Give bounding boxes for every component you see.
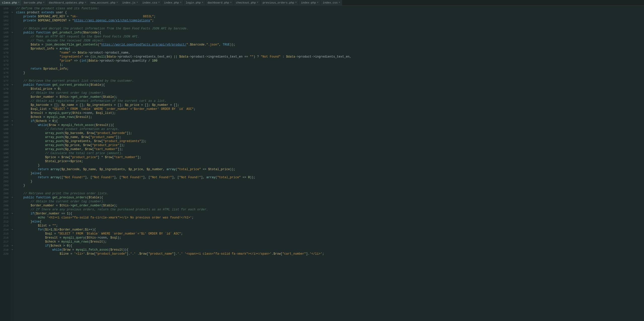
line-number: 199 [0, 167, 11, 171]
line-number: 187 [0, 119, 11, 123]
close-icon[interactable]: × [116, 1, 118, 4]
tab-dashboard-updates-php[interactable]: dashboard_updates.php × [47, 0, 89, 6]
fold-indicator [11, 43, 14, 47]
line-number: 168 [0, 43, 11, 47]
line-number: 196 [0, 155, 11, 159]
line-number: 177 [0, 79, 11, 83]
fold-indicator [11, 115, 14, 119]
code-line: } [16, 163, 644, 167]
line-number: 172 [0, 59, 11, 63]
close-icon[interactable]: × [137, 1, 138, 4]
close-icon[interactable]: × [295, 1, 297, 4]
fold-indicator [11, 139, 14, 143]
fold-indicator [11, 143, 14, 147]
tab-index-css-2[interactable]: index.css × [321, 0, 342, 6]
code-line: // Obtain and decrypt the product inform… [16, 27, 644, 31]
close-icon[interactable]: × [202, 1, 203, 4]
close-icon[interactable]: × [180, 1, 181, 4]
code-line: private $OPENAI_API_KEY = "sk- 8653L"; [16, 15, 644, 19]
close-icon[interactable]: × [158, 1, 160, 4]
fold-indicator [11, 167, 14, 171]
tab-label: index.css [142, 1, 157, 4]
code-line: // Define the product class and its func… [16, 7, 644, 11]
tab-index-js[interactable]: index.js × [120, 0, 140, 6]
tab-previous-orders-php[interactable]: previous_orders.php × [261, 0, 299, 6]
tab-checkout-php[interactable]: checkout.php × [234, 0, 261, 6]
tab-label: barcode.php [24, 1, 42, 4]
line-number: 175 [0, 71, 11, 75]
fold-indicator[interactable]: ▾ [11, 248, 14, 252]
fold-indicator [11, 171, 14, 175]
code-line: return array($p_barcode, $p_name, $p_ing… [16, 167, 644, 171]
fold-indicator [11, 19, 14, 23]
code-line: array_push($p_number, $row["cart_number"… [16, 147, 644, 151]
line-number: 189 [0, 127, 11, 131]
code-line: $order_number = $this->get_order_number(… [16, 95, 644, 99]
line-number: 173 [0, 63, 11, 67]
code-line: // Obtain the current order tag (number)… [16, 200, 644, 204]
tab-class-php[interactable]: class.php × [0, 0, 22, 6]
line-number: 211 [0, 216, 11, 220]
code-line: while($row = mysqli_fetch_assoc($result)… [16, 248, 644, 252]
line-number: 179 [0, 87, 11, 91]
code-line: class product extends user { [16, 11, 644, 15]
fold-indicator [11, 208, 14, 212]
tab-label: class.php [2, 1, 17, 4]
line-number: 207 [0, 200, 11, 204]
code-line: $sql = "SELECT * FROM `$table` WHERE `or… [16, 232, 644, 236]
code-line: array_push($p_price, $row["product_price… [16, 143, 644, 147]
fold-indicator[interactable]: ▾ [11, 196, 14, 200]
fold-indicator[interactable]: ▾ [11, 11, 14, 15]
line-number: 210 [0, 212, 11, 216]
line-number: 197 [0, 159, 11, 163]
code-line: "price" => (int)$data->product->product_… [16, 59, 644, 63]
code-content[interactable]: // Define the product class and its func… [14, 6, 644, 321]
fold-indicator[interactable]: ▾ [11, 212, 14, 216]
tab-barcode-php[interactable]: barcode.php × [22, 0, 47, 6]
fold-indicator[interactable]: ▾ [11, 244, 14, 248]
close-icon[interactable]: × [339, 1, 340, 4]
fold-indicator [11, 159, 14, 163]
close-icon[interactable]: × [18, 1, 19, 4]
line-number: 215 [0, 232, 11, 236]
fold-indicator [11, 39, 14, 43]
fold-indicator [11, 103, 14, 107]
fold-indicator[interactable]: ▾ [11, 83, 14, 87]
code-line: } [16, 179, 644, 184]
tab-index-php[interactable]: index.php × [162, 0, 184, 6]
line-number: 188 [0, 123, 11, 127]
fold-indicator [11, 71, 14, 75]
line-number: 186 [0, 115, 11, 119]
fold-indicator[interactable]: ▾ [11, 31, 14, 35]
code-line: } [16, 184, 644, 188]
fold-indicator [11, 200, 14, 204]
close-icon[interactable]: × [43, 1, 45, 4]
code-line: } [16, 71, 644, 75]
tab-new-account-php[interactable]: new_account.php × [89, 0, 120, 6]
code-line: // If there are any previous orders, ret… [16, 208, 644, 212]
tab-label: dashboard_updates.php [49, 1, 84, 4]
tab-dashboard-php[interactable]: dashboard.php × [206, 0, 234, 6]
line-number: 183 [0, 103, 11, 107]
close-icon[interactable]: × [317, 1, 318, 4]
line-number: 206 [0, 196, 11, 200]
fold-indicator[interactable]: ▾ [11, 228, 14, 232]
close-icon[interactable]: × [85, 1, 86, 4]
code-line: $data = json_decode(file_get_contents("h… [16, 43, 644, 47]
tab-index-php-2[interactable]: index-php × [299, 0, 320, 6]
line-number: 178 [0, 83, 11, 87]
line-number: 170 [0, 51, 11, 55]
tab-login-php[interactable]: login.php × [184, 0, 205, 6]
code-line: array_push($p_barcode, $row["product_bar… [16, 131, 644, 135]
code-line: $result = mysqli_query($this->conn, $sql… [16, 236, 644, 240]
fold-indicator[interactable]: ▾ [11, 123, 14, 127]
fold-indicator [11, 232, 14, 236]
close-icon[interactable]: × [230, 1, 232, 4]
fold-indicator[interactable]: ▾ [11, 119, 14, 123]
tab-index-css[interactable]: index.css × [140, 0, 162, 6]
code-line: $list = ""; [16, 224, 644, 228]
tab-label: login.php [186, 1, 200, 4]
tab-label: dashboard.php [208, 1, 229, 4]
close-icon[interactable]: × [257, 1, 258, 4]
tab-label: index-php [301, 1, 316, 4]
